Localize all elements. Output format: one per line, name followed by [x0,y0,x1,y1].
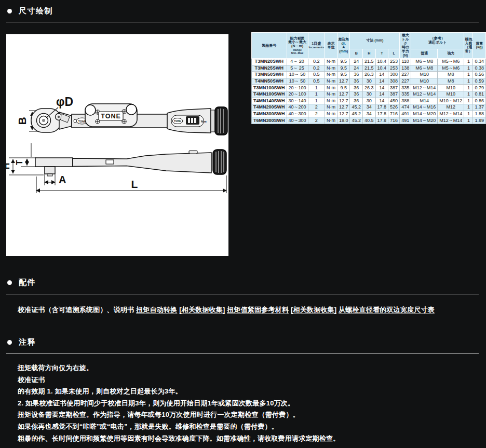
spec-cell: 12.7 [337,78,350,85]
spec-cell: 30 [363,98,376,104]
col-dim-H: H [363,49,376,58]
spec-cell: 474 [400,104,411,111]
col-range-main: 能力範囲 最小～最大 (N・m) [288,36,306,48]
spec-cell: 308 [388,78,400,85]
divider [6,22,479,22]
spec-cell: M10 [411,78,438,85]
spec-cell: 12.7 [337,104,350,111]
spec-cell: M8 [438,72,464,78]
spec-cell: 26.3 [363,85,376,91]
table-row: T6MN300SWH40～3002N·m19.045.240.517.87164… [252,117,486,124]
spec-cell: 0.5 [308,72,325,78]
table-row: T4MN300SWH40～3002N·m12.745.23417.8716491… [252,111,486,117]
spec-cell: 9.5 [337,72,350,78]
spec-cell: 1 [308,91,325,98]
bullet-icon [7,340,12,345]
spec-cell: 1 [308,98,325,104]
spec-cell: M14～M20 [411,117,438,124]
brand-logo-text: TONE [101,113,121,120]
section-title: 注释 [19,337,36,347]
col-bolts: （参考） 適応ボルト [411,33,464,49]
col-drive: 差込角 dr. A (mm) [337,33,350,59]
spec-cell: 526 [388,104,400,111]
spec-cell: M12～M14 [438,117,464,124]
spec-cell: M5～M6 [438,58,464,65]
divider [6,294,479,294]
dimension-label-L: L [131,178,138,190]
accessories-text: 校准证书（含可追溯系统图）、说明书 扭矩自动转换 [相关数据收集] 扭矩值紧固参… [18,305,435,315]
spec-cell: 14 [375,91,388,98]
accessory-link[interactable]: 扭矩值紧固参考材料 [227,306,289,314]
spec-cell: 308 [388,72,400,78]
wrench-top-view: B φD TONE TONE [16,95,227,135]
dimension-label-H: H [6,163,11,170]
col-dimensions: 寸法 (mm) [350,33,400,49]
spec-cell: 387 [388,91,400,98]
spec-cell: 21.5 [363,58,376,65]
spec-cell: 20～100 [287,85,308,91]
spec-cell: 21.5 [363,65,376,72]
spec-cell: 9.5 [337,58,350,65]
product-code-cell: T6MN300SWH [252,117,287,124]
spec-cell: 335 [400,91,411,98]
spec-cell: 2 [308,111,325,117]
product-code-cell: T4MN100SWH [252,91,287,98]
spec-cell: 34 [363,104,376,111]
spec-cell: 1 [464,117,473,124]
spec-cell: 9.5 [337,85,350,91]
product-code-cell: T4MN50SWH [252,78,287,85]
spec-cell: 716 [388,117,400,124]
spec-table: 製品番号 能力範囲 最小～最大 (N・m)Range Min~Max 1目盛In… [251,32,486,124]
dimension-label-B: B [16,117,28,125]
col-increment-main: 1目盛 [312,42,321,45]
spec-cell: 1 [464,98,473,104]
note-line: 2. 如果校准证书使用时间少于校准日期3年，则为使用开始日期1年或紧固次数最多1… [18,400,340,407]
spec-cell: M10 [438,85,464,91]
spec-cell: 253 [388,65,400,72]
spec-cell: 45.2 [350,104,363,111]
spec-cell: 0.5 [308,78,325,85]
spec-cell: 450 [388,98,400,104]
spec-cell: 36 [350,72,363,78]
note-line: 扭矩载荷方向仅为右旋。 [18,364,340,372]
table-row: T3MN20SWH4～ 200.2N·m9.52421.510.4253110M… [252,58,486,65]
spec-cell: 19.0 [337,117,350,124]
spec-cell: 12.7 [337,111,350,117]
spec-cell: 1 [464,111,473,117]
spec-cell: 0.59 [473,78,486,85]
spec-cell: 20～100 [287,91,308,98]
spec-cell: 10.4 [375,58,388,65]
accessory-link[interactable]: 扭矩自动转换 [136,306,177,314]
col-force: 最大トルク 時の手力 (N) [400,33,411,59]
col-dim-L: L [388,49,400,58]
spec-cell: 1 [464,58,473,65]
spec-cell: N·m [325,72,337,78]
spec-cell: 0.38 [473,65,486,72]
table-row: T4MN200SWH40～2002N·m12.745.23417.8526474… [252,104,486,111]
spec-cell: M5～M6 [438,65,464,72]
spec-cell: 335 [400,85,411,91]
spec-cell: M12～M14 [411,85,438,91]
dimension-label-T: T [15,160,24,165]
accessory-link[interactable]: [相关数据收集] [291,306,336,314]
spec-cell: 10.4 [375,65,388,72]
col-dim-T: T [375,49,388,58]
accessory-link[interactable]: [相关数据收集] [179,306,225,314]
spec-cell: 491 [400,111,411,117]
spec-cell: 1.89 [473,117,486,124]
spec-cell: 1 [308,85,325,91]
spec-cell: M12～M14 [438,111,464,117]
accessory-link[interactable]: 从螺栓直径看的双边宽度尺寸表 [339,306,435,314]
spec-cell: 36 [350,85,363,91]
spec-cell: 14 [375,85,388,91]
spec-cell: 0.56 [473,72,486,78]
spec-cell: M14 [411,98,438,104]
spec-cell: 1 [464,72,473,78]
spec-cell: 4～ 20 [287,58,308,65]
spec-cell: 40.5 [363,117,376,124]
spec-cell: 716 [388,111,400,117]
spec-cell: 10～ 50 [287,72,308,78]
spec-cell: M10 [411,72,438,78]
spec-cell: 24 [350,58,363,65]
spec-cell: 138 [400,65,411,72]
